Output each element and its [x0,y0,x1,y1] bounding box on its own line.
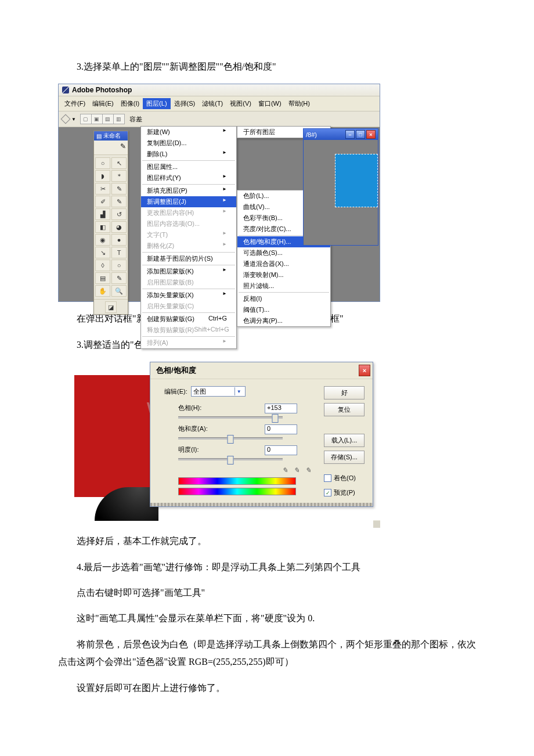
menu-item[interactable]: 阈值(T)... [237,304,330,315]
load-button[interactable]: 载入(L)... [324,434,365,447]
menu-item[interactable]: 可选颜色(S)... [237,247,330,258]
path-tool-icon[interactable]: ↘ [95,247,110,258]
close-icon[interactable]: × [366,130,376,139]
hue-slider[interactable] [178,416,283,419]
eyedropper-sub-icon[interactable]: ✎ [305,466,313,474]
preview-label: 预览(P) [334,488,355,497]
options-bar[interactable]: ▼ ▢▣▤▥ 容差 [59,111,380,127]
type-tool-icon[interactable]: T [111,247,127,258]
toolbox-grid[interactable]: ○ ↖ ◗ ＊ ✂ ✎ ✐ ✎ ▟ ↺ ◧ ◕ ◉ ● ↘ T ◊ [94,155,128,299]
layer-menu-dropdown[interactable]: 新建(W)复制图层(D)...删除(L)图层属性...图层样式(Y)新填充图层(… [140,126,237,349]
chevron-down-icon[interactable]: ▼ [234,387,243,395]
menu-item[interactable]: 复制图层(D)... [141,138,236,149]
hue-input[interactable]: +153 [265,404,297,413]
lasso-tool-icon[interactable]: ◗ [95,170,110,182]
close-icon[interactable]: × [359,365,370,376]
document-title: /8#) [306,131,317,138]
tools-panel[interactable]: ▤ 未命名 ✎ ○ ↖ ◗ ＊ ✂ ✎ ✐ ✎ ▟ ↺ ◧ [93,131,128,315]
menu-item: 文字(T) [141,229,236,240]
marquee-tool-icon[interactable]: ○ [95,157,110,169]
menu-item[interactable]: 新建(W) [141,127,236,138]
menu-item[interactable]: 通道混合器(X)... [237,258,330,269]
menu-item[interactable]: 新调整图层(J) [141,196,236,207]
menu-item[interactable]: 新填充图层(P) [141,185,236,196]
menu-item[interactable]: 图层样式(Y) [141,172,236,183]
slice-tool-icon[interactable]: ✎ [111,183,127,195]
slider-thumb[interactable] [228,435,234,444]
menu-item[interactable]: 删除(L) [141,149,236,160]
menu-7[interactable]: 窗口(W) [255,98,285,109]
zoom-tool-icon[interactable]: 🔍 [111,285,127,297]
crop-tool-icon[interactable]: ✂ [95,183,110,195]
document-title-bar[interactable]: /8#) – □ × [304,129,378,140]
selection-mode-icons[interactable]: ▢▣▤▥ [81,114,125,124]
history-tool-icon[interactable]: ↺ [111,208,127,220]
menu-4[interactable]: 选择(S) [171,98,199,109]
blur-tool-icon[interactable]: ◉ [95,234,110,246]
sat-label: 饱和度(A): [158,424,212,433]
grip-bar [150,503,373,506]
paragraph: 点击右键时即可选择"画笔工具" [58,584,476,602]
menu-5[interactable]: 滤镜(T) [199,98,226,109]
tool-indicator-icon: ▼ [62,116,76,123]
bucket-tool-icon[interactable]: ◕ [111,221,127,233]
menu-item[interactable]: 图层属性... [141,161,236,172]
menu-item: 释放剪贴蒙版(R)Shift+Ctrl+G [141,325,236,336]
light-input[interactable]: 0 [265,445,297,455]
menu-item[interactable]: 照片滤镜... [237,280,330,291]
shape-tool-icon[interactable]: ○ [111,260,127,271]
menu-item[interactable]: 色调分离(P)... [237,315,330,326]
edit-value: 全图 [193,387,206,396]
checkbox-icon[interactable] [324,474,331,482]
menu-item[interactable]: 渐变映射(M)... [237,269,330,280]
save-button[interactable]: 存储(S)... [324,451,365,464]
menu-item[interactable]: 添加图层蒙版(K) [141,266,236,277]
workspace: ▤ 未命名 ✎ ○ ↖ ◗ ＊ ✂ ✎ ✐ ✎ ▟ ↺ ◧ [59,127,380,301]
canvas-selection [335,154,378,207]
menu-8[interactable]: 帮助(H) [285,98,313,109]
menu-item[interactable]: 创建剪贴蒙版(G)Ctrl+G [141,314,236,325]
minimize-icon[interactable]: – [345,130,355,139]
move-tool-icon[interactable]: ↖ [111,157,127,169]
stamp-tool-icon[interactable]: ▟ [95,208,110,220]
menu-2[interactable]: 图像(I) [117,98,143,109]
sat-slider[interactable] [178,437,283,440]
menu-item[interactable]: 新建基于图层的切片(S) [141,253,236,264]
menu-bar[interactable]: 文件(F)编辑(E)图像(I)图层(L)选择(S)滤镜(T)视图(V)窗口(W)… [59,96,380,111]
preview-checkbox[interactable]: ✓ 预览(P) [324,488,365,497]
eraser-tool-icon[interactable]: ◧ [95,221,110,233]
hand-tool-icon[interactable]: ✋ [95,285,110,297]
edit-combo[interactable]: 全图 ▼ [191,386,246,397]
menu-0[interactable]: 文件(F) [61,98,89,109]
maximize-icon[interactable]: □ [356,130,365,139]
tools-title[interactable]: ▤ 未命名 [94,131,128,141]
sat-input[interactable]: 0 [265,424,297,434]
menu-item[interactable]: 反相(I) [237,293,330,304]
pen-tool-icon[interactable]: ◊ [95,260,110,271]
light-slider[interactable] [178,458,283,460]
wand-tool-icon[interactable]: ＊ [111,170,127,182]
eyedropper-add-icon[interactable]: ✎ [294,466,302,474]
colorize-checkbox[interactable]: 着色(O) [324,474,365,483]
document-window[interactable]: /8#) – □ × [303,128,378,246]
heal-tool-icon[interactable]: ✐ [95,196,110,207]
slider-thumb[interactable] [228,456,234,465]
eyedropper-icon[interactable]: ✎ [282,466,290,474]
dodge-tool-icon[interactable]: ● [111,234,127,246]
menu-6[interactable]: 视图(V) [226,98,255,109]
menu-3[interactable]: 图层(L) [143,98,170,109]
dialog-title-bar[interactable]: 色相/饱和度 × [150,362,373,379]
menu-1[interactable]: 编辑(E) [89,98,117,109]
eyedrop-tool-icon[interactable]: ✎ [111,272,127,284]
notes-tool-icon[interactable]: ▤ [95,272,110,284]
slider-thumb[interactable] [272,414,279,423]
color-swap-icon[interactable]: ◪ [105,301,117,313]
ok-button[interactable]: 好 [324,386,365,399]
checkbox-icon[interactable]: ✓ [324,489,331,496]
brush-tool-icon[interactable]: ✎ [111,196,127,207]
menu-item[interactable]: 添加矢量蒙版(X) [141,290,236,301]
reset-button[interactable]: 复位 [324,403,365,416]
hue-sat-dialog[interactable]: 色相/饱和度 × 编辑(E): 全图 ▼ 色相(H): +153 [150,362,373,507]
hue-sat-screenshot: www.bdocx.com 色相/饱和度 × 编辑(E): 全图 ▼ 色相 [74,362,373,521]
paragraph: 3.调整适当的"色相值"即可 [58,336,476,354]
